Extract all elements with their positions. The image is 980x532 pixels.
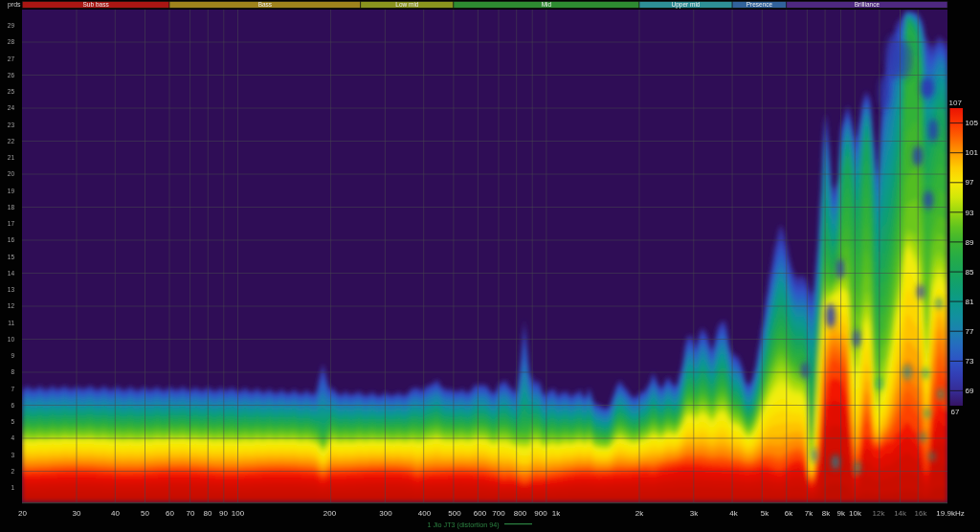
svg-text:70: 70 <box>187 509 195 518</box>
svg-text:20: 20 <box>18 509 27 518</box>
svg-text:25: 25 <box>8 88 15 95</box>
svg-text:80: 80 <box>204 509 212 518</box>
svg-text:60: 60 <box>166 509 174 518</box>
svg-text:14k: 14k <box>894 509 907 518</box>
svg-text:4: 4 <box>11 434 14 441</box>
svg-text:4k: 4k <box>729 509 738 518</box>
svg-text:69: 69 <box>966 387 974 395</box>
svg-text:40: 40 <box>111 509 120 518</box>
svg-text:3k: 3k <box>690 509 699 518</box>
svg-text:600: 600 <box>474 509 487 518</box>
svg-text:21: 21 <box>8 154 15 161</box>
svg-text:200: 200 <box>323 509 337 518</box>
svg-text:700: 700 <box>492 509 505 518</box>
svg-text:10k: 10k <box>849 509 862 518</box>
svg-text:400: 400 <box>418 509 432 518</box>
svg-text:1: 1 <box>11 484 14 491</box>
svg-text:77: 77 <box>966 327 974 336</box>
svg-text:12k: 12k <box>873 509 886 518</box>
svg-text:1 Jio JT3 (distortion 94): 1 Jio JT3 (distortion 94) <box>427 521 499 529</box>
svg-text:16k: 16k <box>915 509 928 518</box>
svg-text:prds: prds <box>8 1 21 9</box>
svg-text:1k: 1k <box>552 509 561 518</box>
svg-text:19.9kHz: 19.9kHz <box>936 509 964 518</box>
svg-text:13: 13 <box>8 286 15 293</box>
svg-text:9: 9 <box>11 352 14 359</box>
svg-text:Bass: Bass <box>258 1 273 8</box>
svg-text:3: 3 <box>11 452 14 458</box>
svg-text:Low mid: Low mid <box>395 1 419 8</box>
svg-text:7: 7 <box>11 386 14 392</box>
svg-text:300: 300 <box>379 509 392 518</box>
svg-text:Brilliance: Brilliance <box>855 1 880 8</box>
svg-text:50: 50 <box>141 509 149 518</box>
svg-text:90: 90 <box>219 509 228 518</box>
svg-text:2k: 2k <box>635 509 644 518</box>
svg-text:97: 97 <box>966 178 974 187</box>
svg-text:18: 18 <box>8 204 15 211</box>
svg-text:7k: 7k <box>805 509 813 518</box>
svg-text:17: 17 <box>8 220 15 227</box>
svg-text:26: 26 <box>8 72 15 78</box>
svg-text:85: 85 <box>966 268 974 277</box>
svg-text:81: 81 <box>966 298 974 306</box>
svg-text:8k: 8k <box>822 509 831 518</box>
svg-text:900: 900 <box>534 509 547 518</box>
svg-text:101: 101 <box>966 148 979 157</box>
svg-text:6k: 6k <box>785 509 793 518</box>
svg-text:20: 20 <box>8 170 15 177</box>
svg-text:28: 28 <box>8 38 15 45</box>
svg-text:11: 11 <box>8 320 14 326</box>
svg-text:10: 10 <box>8 336 15 343</box>
svg-text:89: 89 <box>966 238 974 247</box>
svg-text:Presence: Presence <box>746 1 773 8</box>
svg-text:107: 107 <box>949 99 963 107</box>
svg-text:9k: 9k <box>836 509 845 518</box>
svg-text:30: 30 <box>73 509 81 518</box>
svg-text:5k: 5k <box>761 509 769 518</box>
svg-text:800: 800 <box>514 509 527 518</box>
svg-text:15: 15 <box>8 254 15 260</box>
svg-text:Mid: Mid <box>542 1 552 8</box>
svg-text:105: 105 <box>966 119 979 127</box>
svg-text:16: 16 <box>8 236 15 243</box>
svg-text:5: 5 <box>11 418 14 425</box>
svg-text:27: 27 <box>8 55 15 62</box>
svg-text:2: 2 <box>11 468 14 475</box>
svg-text:29: 29 <box>8 22 15 29</box>
svg-text:12: 12 <box>8 302 15 309</box>
svg-text:73: 73 <box>966 357 974 366</box>
svg-text:8: 8 <box>11 368 14 375</box>
svg-text:Sub bass: Sub bass <box>83 1 110 8</box>
svg-text:100: 100 <box>232 509 245 518</box>
svg-text:500: 500 <box>448 509 461 518</box>
svg-text:22: 22 <box>8 138 15 144</box>
svg-text:6: 6 <box>11 402 14 409</box>
svg-text:19: 19 <box>8 188 15 194</box>
svg-text:23: 23 <box>8 122 15 128</box>
svg-text:67: 67 <box>951 408 960 416</box>
svg-text:Upper mid: Upper mid <box>672 1 701 9</box>
svg-text:93: 93 <box>966 209 974 217</box>
svg-text:24: 24 <box>8 104 15 111</box>
svg-text:14: 14 <box>8 270 15 277</box>
